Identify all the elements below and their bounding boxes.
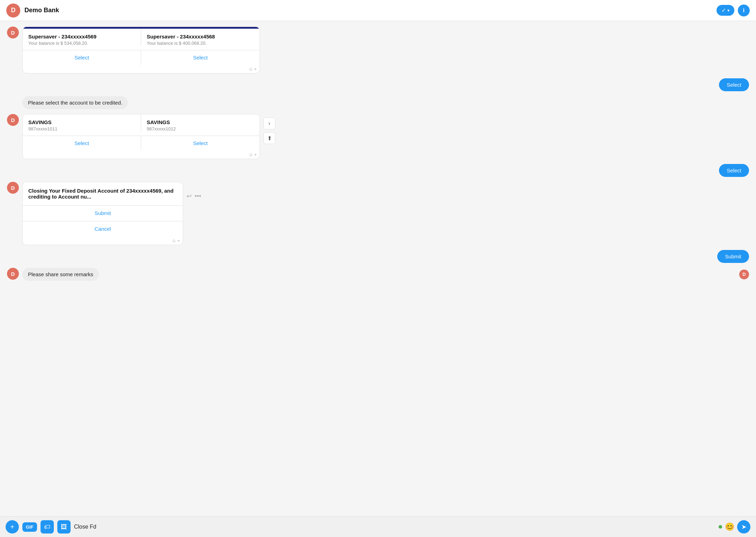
info-icon: i: [743, 7, 744, 14]
gif-label: GIF: [26, 524, 34, 530]
submit-bubble-right[interactable]: Submit: [717, 250, 749, 263]
share-icon-btn[interactable]: ⬆: [263, 132, 275, 144]
confirm-buttons: Submit Cancel: [23, 206, 183, 237]
submit-label: Submit: [95, 210, 111, 216]
right-user-avatar: D: [739, 270, 749, 279]
emoji-plus-2: +: [254, 152, 257, 157]
msg-row-savings: D SAVINGS 987xxxxx1011 SAVINGS 987xxxxx1…: [7, 114, 749, 159]
select-button-savings-right[interactable]: Select: [141, 136, 260, 151]
chevron-right-icon: ›: [268, 120, 270, 127]
savings-cell-right: SAVINGS 987xxxxx1012: [141, 114, 260, 131]
msg-row-confirm: D Closing Your Fixed Deposit Account of …: [7, 182, 749, 245]
account-balance-right: Your balance is $ 400,068.20.: [147, 41, 254, 46]
confirm-text: Closing Your Fixed Deposit Account of 23…: [23, 182, 183, 206]
account-cell-left: Supersaver - 234xxxxx4569 Your balance i…: [23, 29, 141, 46]
online-indicator: [719, 525, 722, 529]
select-button-savings-left[interactable]: Select: [23, 136, 141, 151]
emoji-add-2[interactable]: ☺ +: [248, 152, 257, 157]
supersaver-accounts-card: Supersaver - 234xxxxx4569 Your balance i…: [22, 27, 260, 73]
account-balance-left: Your balance is $ 534,058.20.: [28, 41, 135, 46]
select-btn-row: Select Select: [23, 50, 260, 65]
msg-row-remarks: D Please share some remarks: [7, 268, 739, 281]
info-button[interactable]: i: [738, 5, 750, 16]
avatar-msg3: D: [7, 182, 19, 194]
msg-row-select-right-2: Select: [7, 164, 749, 177]
select-bubble-right-1[interactable]: Select: [719, 78, 749, 91]
send-icon: ➤: [741, 523, 747, 531]
savings-name-left: SAVINGS: [28, 119, 135, 125]
savings-accounts-card: SAVINGS 987xxxxx1011 SAVINGS 987xxxxx101…: [22, 114, 260, 159]
savings-grid: SAVINGS 987xxxxx1011 SAVINGS 987xxxxx101…: [23, 114, 260, 131]
accounts-grid: Supersaver - 234xxxxx4569 Your balance i…: [23, 29, 260, 46]
select-label-right-1: Select: [193, 55, 208, 60]
emoji-plus-3: +: [177, 238, 180, 243]
savings-num-left: 987xxxxx1011: [28, 126, 135, 131]
sticker-button[interactable]: 🏷: [41, 520, 54, 534]
cancel-button[interactable]: Cancel: [23, 221, 183, 237]
account-cell-right: Supersaver - 234xxxxx4568 Your balance i…: [141, 29, 260, 46]
toolbar-right: 😊 ➤: [719, 520, 750, 534]
sticker-icon: 🏷: [44, 523, 50, 531]
savings-num-right: 987xxxxx1012: [147, 126, 254, 131]
reply-icon[interactable]: ↩: [187, 192, 192, 200]
avatar-msg4: D: [7, 268, 19, 280]
select-label-left-1: Select: [74, 55, 89, 60]
msg-row-prompt: Please select the account to be credited…: [7, 96, 749, 109]
confirm-card: Closing Your Fixed Deposit Account of 23…: [22, 182, 183, 245]
emoji-icon-2: ☺: [248, 152, 253, 157]
image-icon: 🖼: [61, 523, 67, 531]
savings-select-btn-row: Select Select: [23, 136, 260, 151]
emoji-button[interactable]: 😊: [725, 522, 734, 531]
emoji-icon: 😊: [725, 522, 734, 531]
msg-row-submit-right: Submit: [7, 250, 749, 263]
chevron-down-icon: ▾: [727, 8, 729, 13]
header: D Demo Bank ✓ ▾ i: [0, 0, 756, 21]
select-button-left-1[interactable]: Select: [23, 50, 141, 65]
select-label-savings-left: Select: [74, 140, 89, 146]
message-input[interactable]: [74, 524, 715, 530]
msg-row-supersaver: D Supersaver - 234xxxxx4569 Your balance…: [7, 27, 749, 73]
account-name-right: Supersaver - 234xxxxx4568: [147, 34, 254, 40]
savings-cell-left: SAVINGS 987xxxxx1011: [23, 114, 141, 131]
check-dropdown-button[interactable]: ✓ ▾: [717, 5, 734, 16]
emoji-icon-3: ☺: [172, 238, 176, 243]
emoji-reaction-bar-3[interactable]: ☺ +: [23, 237, 183, 245]
add-button[interactable]: +: [6, 520, 19, 534]
remarks-row: D Please share some remarks D: [7, 268, 749, 281]
emoji-plus-1: +: [254, 66, 257, 72]
bottom-toolbar: + GIF 🏷 🖼 😊 ➤: [0, 516, 756, 537]
prompt-bubble: Please select the account to be credited…: [22, 96, 128, 109]
emoji-reaction-bar-2[interactable]: ☺ +: [23, 151, 260, 159]
msg-actions: ↩ •••: [187, 182, 201, 200]
emoji-add-3[interactable]: ☺ +: [172, 238, 180, 243]
avatar-msg2: D: [7, 114, 19, 126]
share-icon: ⬆: [267, 135, 272, 142]
check-icon: ✓: [721, 7, 726, 14]
header-actions: ✓ ▾ i: [717, 5, 750, 16]
gif-button[interactable]: GIF: [22, 522, 37, 532]
select-button-right-1[interactable]: Select: [141, 50, 260, 65]
chat-area: D Supersaver - 234xxxxx4569 Your balance…: [0, 21, 756, 516]
msg-row-select-right-1: Select: [7, 78, 749, 91]
expand-icon-btn[interactable]: ›: [263, 117, 275, 129]
header-title: Demo Bank: [24, 7, 717, 14]
send-button[interactable]: ➤: [737, 520, 750, 534]
emoji-icon-1: ☺: [248, 66, 253, 72]
emoji-add-1[interactable]: ☺ +: [248, 66, 257, 72]
emoji-reaction-bar-1[interactable]: ☺ +: [23, 65, 260, 73]
add-icon: +: [10, 523, 14, 531]
select-bubble-right-2[interactable]: Select: [719, 164, 749, 177]
image-button[interactable]: 🖼: [57, 520, 71, 534]
savings-name-right: SAVINGS: [147, 119, 254, 125]
submit-button[interactable]: Submit: [23, 206, 183, 221]
header-avatar: D: [6, 3, 20, 17]
select-label-savings-right: Select: [193, 140, 208, 146]
avatar-msg1: D: [7, 27, 19, 38]
cancel-label: Cancel: [95, 226, 111, 232]
account-name-left: Supersaver - 234xxxxx4569: [28, 34, 135, 40]
card-side-icons: › ⬆: [263, 114, 275, 144]
more-icon[interactable]: •••: [195, 193, 201, 200]
remarks-bubble: Please share some remarks: [22, 268, 99, 281]
